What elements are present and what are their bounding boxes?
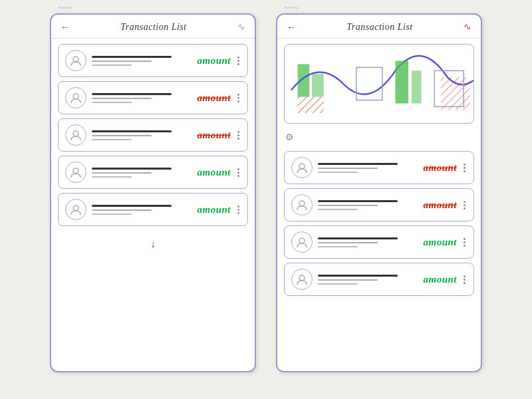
svg-rect-11 [356, 67, 382, 100]
svg-point-15 [299, 164, 305, 169]
svg-rect-7 [298, 97, 324, 114]
right-dots-menu-1[interactable] [462, 162, 467, 174]
left-title: Transaction List [120, 22, 186, 33]
right-back-arrow[interactable]: ← [287, 22, 296, 33]
left-transaction-item-1: amount [58, 44, 248, 77]
right-dots-menu-2[interactable] [462, 200, 467, 211]
left-transaction-item-3: amount [58, 118, 248, 152]
line-secondary-short-2 [92, 102, 132, 103]
amount-label-1: amount [197, 55, 231, 66]
line-secondary-5 [92, 209, 152, 211]
right-transaction-info-2 [318, 200, 418, 210]
left-transaction-list: amount amount [51, 39, 255, 231]
transaction-info-1 [92, 56, 192, 66]
left-back-arrow[interactable]: ← [61, 22, 70, 33]
svg-point-0 [73, 57, 78, 62]
right-line-secondary-2 [318, 205, 378, 206]
amount-label-3: amount [197, 130, 231, 141]
right-transaction-item-2: amount [284, 188, 474, 221]
transaction-info-4 [92, 168, 192, 178]
line-secondary-short-4 [92, 176, 132, 178]
svg-rect-9 [412, 70, 422, 103]
right-amount-label-3: amount [423, 237, 457, 248]
left-header: ← Transaction List ∿ [51, 15, 255, 39]
svg-point-18 [299, 275, 305, 281]
main-container: ~~~ ← Transaction List ∿ amount [0, 0, 532, 399]
svg-rect-10 [441, 77, 470, 110]
right-logo: ~~~ [284, 3, 298, 13]
right-dots-menu-4[interactable] [462, 274, 467, 285]
svg-rect-8 [395, 61, 408, 104]
transaction-info-5 [92, 205, 192, 215]
line-secondary-1 [92, 61, 152, 62]
scroll-down-indicator[interactable]: ↓ [51, 231, 255, 257]
right-transaction-info-4 [318, 275, 418, 285]
right-amount-label-4: amount [423, 274, 457, 285]
line-secondary-short-1 [92, 65, 132, 66]
dots-menu-3[interactable] [236, 130, 241, 141]
svg-point-2 [73, 131, 78, 136]
line-secondary-short-5 [92, 213, 132, 215]
line-secondary-3 [92, 135, 152, 136]
svg-point-1 [73, 94, 78, 99]
line-primary-4 [92, 168, 172, 170]
right-phone-frame: ~~~ ← Transaction List ∿ [276, 13, 482, 372]
right-dots-menu-3[interactable] [462, 237, 467, 248]
right-transaction-item-3: amount [284, 225, 474, 259]
chart-area [284, 44, 474, 124]
left-logo: ~~~ [58, 3, 72, 13]
avatar-1 [65, 50, 86, 71]
svg-point-17 [299, 238, 305, 243]
right-line-short-4 [318, 283, 358, 285]
right-line-short-1 [318, 172, 358, 173]
avatar-3 [65, 124, 86, 146]
svg-point-3 [73, 168, 78, 174]
right-line-secondary-3 [318, 242, 378, 243]
line-secondary-2 [92, 98, 152, 99]
line-primary-5 [92, 205, 172, 207]
line-primary-3 [92, 130, 172, 132]
right-amount-label-2: amount [423, 200, 457, 211]
right-transaction-info-3 [318, 237, 418, 247]
right-avatar-4 [291, 269, 313, 290]
right-avatar-3 [291, 231, 313, 253]
dots-menu-4[interactable] [236, 167, 241, 178]
gear-icon[interactable]: ⚙ [277, 129, 481, 146]
dots-menu-2[interactable] [236, 92, 241, 104]
right-line-primary-4 [318, 275, 398, 277]
transaction-info-2 [92, 93, 192, 103]
left-transaction-item-2: amount [58, 81, 248, 114]
right-line-short-3 [318, 246, 358, 247]
line-primary-2 [92, 93, 172, 95]
right-title: Transaction List [346, 22, 412, 33]
right-transaction-item-4: amount [284, 263, 474, 296]
amount-label-5: amount [197, 204, 231, 215]
right-line-primary-2 [318, 200, 398, 202]
amount-label-2: amount [197, 92, 231, 104]
right-line-secondary-1 [318, 168, 378, 169]
amount-label-4: amount [197, 167, 231, 178]
left-chart-icon[interactable]: ∿ [237, 21, 245, 33]
right-chart-icon[interactable]: ∿ [464, 21, 471, 33]
right-amount-label-1: amount [423, 162, 457, 174]
right-avatar-1 [291, 157, 313, 178]
right-line-short-2 [318, 209, 358, 210]
svg-point-16 [299, 201, 305, 206]
right-line-secondary-4 [318, 279, 378, 281]
right-transaction-info-1 [318, 163, 418, 173]
avatar-5 [65, 199, 86, 220]
line-primary-1 [92, 56, 172, 58]
dots-menu-5[interactable] [236, 204, 241, 215]
dots-menu-1[interactable] [236, 55, 241, 66]
svg-point-4 [73, 205, 78, 211]
line-secondary-short-3 [92, 139, 132, 140]
left-phone-frame: ~~~ ← Transaction List ∿ amount [50, 13, 256, 372]
right-header: ← Transaction List ∿ [277, 15, 481, 39]
avatar-2 [65, 87, 86, 108]
right-transaction-list: amount amount [277, 146, 481, 301]
right-line-primary-3 [318, 237, 398, 239]
right-transaction-item-1: amount [284, 151, 474, 184]
transaction-info-3 [92, 130, 192, 140]
right-avatar-2 [291, 194, 313, 215]
left-transaction-item-4: amount [58, 156, 248, 189]
